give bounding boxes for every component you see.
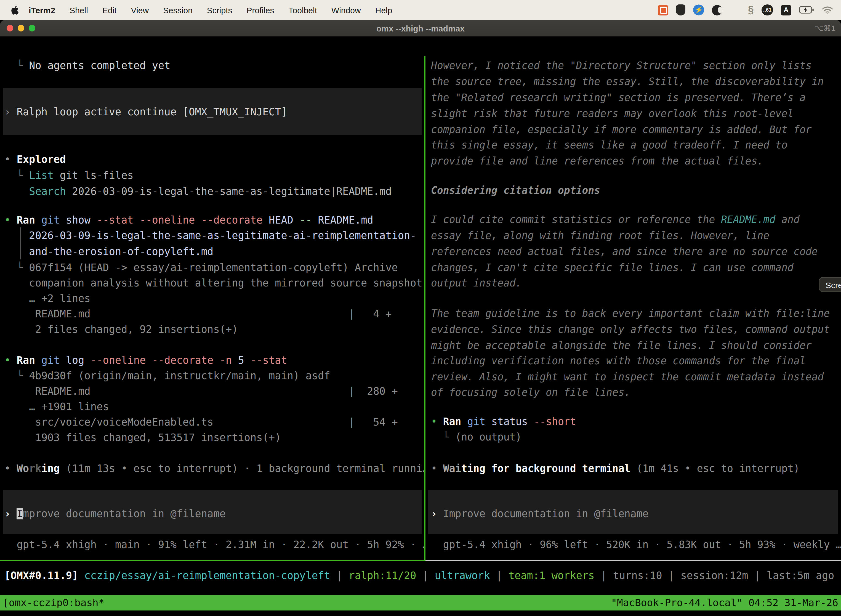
terminal-line-left: companion analysis without altering the … xyxy=(0,275,424,291)
text-segment: • xyxy=(4,154,17,165)
screen-share-overlay[interactable]: Scre xyxy=(819,277,841,292)
text-segment: git xyxy=(467,416,491,427)
dots-grid-icon[interactable] xyxy=(730,5,740,15)
text-segment: List xyxy=(29,169,54,181)
terminal-line-right: companion file, especially if more comme… xyxy=(425,122,841,138)
keyboard-layout-icon[interactable]: A xyxy=(781,5,791,15)
shield-grid-icon[interactable] xyxy=(676,4,686,15)
menu-item-session[interactable]: Session xyxy=(156,5,200,15)
omx-status-bar: [OMX#0.11.9] cczip/essay/ai-reimplementa… xyxy=(0,568,841,584)
text-segment: However, I noticed the "Directory Struct… xyxy=(431,60,812,71)
text-segment: slight risk that future readers may over… xyxy=(431,108,794,119)
text-segment: of focusing solely on file lines. xyxy=(431,386,630,398)
text-segment: Ran xyxy=(17,214,41,226)
window-title: omx --xhigh --madmax xyxy=(377,23,464,33)
macos-menu-bar: iTerm2 Shell Edit View Session Scripts P… xyxy=(0,0,841,20)
lightning-badge-icon[interactable]: ⚡ xyxy=(693,4,705,15)
omx-status-segment: | xyxy=(416,570,435,581)
terminal-line-right: └ (no output) xyxy=(425,429,841,445)
terminal-line-right: I could cite commit statistics or refere… xyxy=(425,211,841,227)
menu-item-help[interactable]: Help xyxy=(368,5,400,15)
text-segment: companion analysis without altering the … xyxy=(4,277,422,289)
terminal-line-right: essay file, along with finding root file… xyxy=(425,227,841,243)
text-segment: output instead. xyxy=(431,277,522,289)
text-segment: Wo xyxy=(17,462,29,474)
battery-icon[interactable] xyxy=(799,6,814,14)
text-segment: (no output) xyxy=(455,431,522,443)
iterm2-window: omx --xhigh --madmax ⌥⌘1 └ No agents com… xyxy=(0,20,841,616)
text-segment: └ xyxy=(4,370,29,381)
text-segment: the source tree, missing the essay. Stil… xyxy=(431,76,824,87)
window-title-bar: omx --xhigh --madmax ⌥⌘1 xyxy=(0,20,841,37)
omx-status-segment: | xyxy=(662,570,681,581)
count-badge-icon[interactable]: ..61 xyxy=(762,4,773,15)
dark-crescent-icon[interactable] xyxy=(712,5,722,15)
text-segment: essay file, along with finding root file… xyxy=(431,230,769,241)
text-segment: • xyxy=(431,416,443,427)
text-segment: Search xyxy=(29,185,66,197)
terminal-line-right: changes, I can't cite specific file line… xyxy=(425,260,841,276)
omx-status-segment: ultrawork xyxy=(435,570,490,581)
tree-connector-line xyxy=(20,243,21,260)
terminal-line-left: └ List git ls-files xyxy=(0,167,424,183)
terminal-line-right: review. Also, I might want to inspect th… xyxy=(425,369,841,385)
omx-status-segment: team:1 workers xyxy=(508,570,595,581)
text-segment: --decorate xyxy=(152,354,220,366)
zoom-button[interactable] xyxy=(29,25,35,31)
text-segment: README.md | 4 + xyxy=(4,308,391,320)
text-segment: --oneline xyxy=(91,354,152,366)
menu-item-iterm2[interactable]: iTerm2 xyxy=(23,5,62,15)
text-segment xyxy=(4,185,29,197)
wifi-icon[interactable] xyxy=(822,6,833,14)
text-segment: the "Related research writing" section i… xyxy=(431,92,806,103)
terminal-line-left: gpt-5.4 xhigh · main · 91% left · 2.31M … xyxy=(0,537,424,553)
text-segment: git ls-files xyxy=(54,169,133,181)
terminal-line-right: the source tree, missing the essay. Stil… xyxy=(425,73,841,89)
text-segment: show xyxy=(66,214,97,226)
text-segment: mprove documentation in @filename xyxy=(23,508,226,519)
squiggle-icon[interactable]: § xyxy=(748,4,754,16)
text-segment: --stat xyxy=(97,214,140,226)
tmux-pane-left[interactable]: └ No agents completed yet› Ralph loop ac… xyxy=(0,56,424,561)
apple-menu-icon[interactable] xyxy=(11,5,19,15)
terminal-line-right: this single essay, it seems like a good … xyxy=(425,137,841,153)
text-segment: rk xyxy=(29,462,41,474)
text-segment: 1903 files changed, 513517 insertions(+) xyxy=(4,432,281,443)
text-segment: ting for background terminal xyxy=(462,462,630,474)
text-segment: changes, I can't cite specific file line… xyxy=(431,262,794,273)
terminal-line-left: src/voice/voiceModeEnabled.ts | 54 + xyxy=(0,414,424,430)
text-segment: this single essay, it seems like a good … xyxy=(431,139,787,151)
terminal-line-right: the "Related research writing" section i… xyxy=(425,89,841,106)
minimize-button[interactable] xyxy=(18,25,24,31)
text-segment: including verification notes with those … xyxy=(431,355,806,367)
text-segment: git xyxy=(41,214,66,226)
text-segment: • xyxy=(431,462,443,474)
terminal-line-left: and-the-erosion-of-copyleft.md xyxy=(0,243,424,260)
terminal-line-left: └ No agents completed yet xyxy=(0,57,424,73)
text-segment: Wai xyxy=(443,462,462,474)
menu-item-toolbelt[interactable]: Toolbelt xyxy=(281,5,324,15)
terminal-line-left: README.md | 280 + xyxy=(0,383,424,399)
chat-app-icon[interactable] xyxy=(658,5,668,15)
terminal-line-right: might be acceptable alongside the file l… xyxy=(425,337,841,353)
menu-item-shell[interactable]: Shell xyxy=(62,5,95,15)
text-segment: gpt-5.4 xhigh · 96% left · 520K in · 5.8… xyxy=(431,539,841,550)
tmux-pane-right[interactable]: However, I noticed the "Directory Struct… xyxy=(425,56,841,561)
menu-item-window[interactable]: Window xyxy=(324,5,368,15)
terminal-line-left: • Ran git log --oneline --decorate -n 5 … xyxy=(0,352,424,368)
omx-status-segment: session:12m xyxy=(681,570,748,581)
text-segment: › xyxy=(4,508,17,519)
close-button[interactable] xyxy=(7,25,13,31)
text-segment: … +2 lines xyxy=(4,293,91,304)
text-segment: references need actual files, and since … xyxy=(431,246,818,257)
menu-item-scripts[interactable]: Scripts xyxy=(200,5,239,15)
text-segment: └ xyxy=(4,262,29,273)
menu-item-profiles[interactable]: Profiles xyxy=(239,5,281,15)
text-segment: HEAD xyxy=(269,214,299,226)
menu-item-edit[interactable]: Edit xyxy=(95,5,124,15)
text-segment: • xyxy=(4,214,17,226)
omx-status-segment: last:5m ago xyxy=(766,570,834,581)
text-segment: README.md xyxy=(721,214,775,225)
text-segment: └ xyxy=(431,431,455,443)
menu-item-view[interactable]: View xyxy=(124,5,156,15)
